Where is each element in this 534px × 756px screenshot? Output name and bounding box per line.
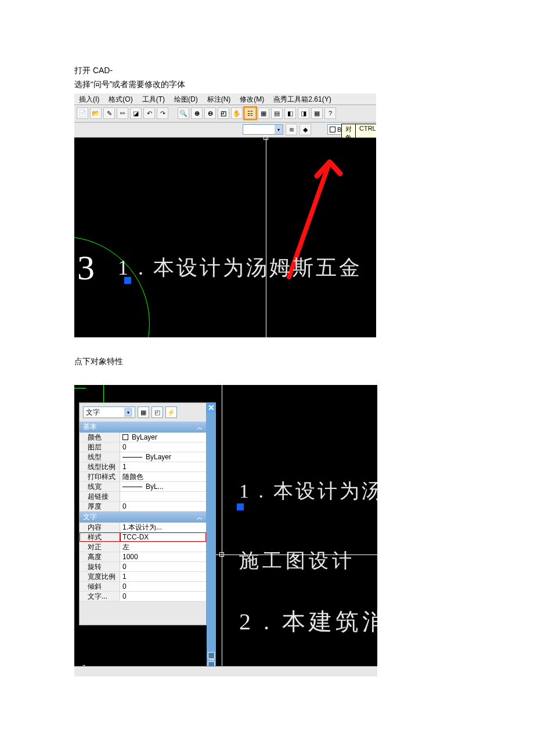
row-plotstyle[interactable]: 打印样式随颜色 <box>80 472 206 482</box>
tb-zoom-out-icon[interactable]: ⊖ <box>204 107 216 119</box>
green-line-v <box>103 385 104 402</box>
tb-brush-icon[interactable]: ✎ <box>103 107 115 119</box>
color-swatch-icon <box>330 127 335 132</box>
menu-draw[interactable]: 绘图(D) <box>169 93 203 105</box>
v-style[interactable]: TCC-DX <box>120 532 206 542</box>
v-lineweight-text: ByL... <box>146 483 164 491</box>
section-basic[interactable]: 基本 ︽ <box>80 422 206 433</box>
v-hyperlink[interactable] <box>120 492 206 501</box>
chevron-down-icon: ▾ <box>275 125 283 134</box>
v-thickness[interactable]: 0 <box>120 502 206 511</box>
tb-pan-icon[interactable]: ✋ <box>231 107 243 119</box>
tb-misc1-icon[interactable]: ◧ <box>284 107 296 119</box>
quick-select-icon[interactable]: ▦ <box>138 406 149 418</box>
menu-insert[interactable]: 插入(I) <box>74 93 104 105</box>
k-rotation: 旋转 <box>80 562 120 571</box>
chevron-down-icon: ▾ <box>124 408 132 417</box>
v-widthfactor[interactable]: 1 <box>120 572 206 581</box>
tb-open-icon[interactable]: 📂 <box>90 107 102 119</box>
v-color[interactable]: ByLayer <box>120 433 206 442</box>
toolbar-main: 📄 📂 ✎ ✏ ◪ ↶ ↷ 🔍 ⊕ ⊖ ◰ ✋ ☷ ▦ ▤ ◧ ◨ ▦ ? <box>74 105 376 123</box>
tb-sheet-icon[interactable]: ▤ <box>271 107 283 119</box>
section-text[interactable]: 文字 ︽ <box>80 512 206 523</box>
tb-new-icon[interactable]: 📄 <box>77 107 88 119</box>
tb-calc-icon[interactable]: ▦ <box>311 107 323 119</box>
row-layer[interactable]: 图层0 <box>80 442 206 452</box>
layer-state-icon[interactable]: ◆ <box>300 124 311 135</box>
v-ltscale[interactable]: 1 <box>120 462 206 471</box>
row-textmisc[interactable]: 文字...0 <box>80 592 206 602</box>
object-type-dropdown[interactable]: 文字 ▾ <box>83 406 135 418</box>
cad-text-b: 施工图设计 <box>239 548 355 574</box>
tb-zoom-in-icon[interactable]: ⊕ <box>191 107 203 119</box>
row-height[interactable]: 高度1000 <box>80 552 206 562</box>
row-justify[interactable]: 对正左 <box>80 542 206 552</box>
pickbox <box>219 552 224 557</box>
row-hyperlink[interactable]: 超链接 <box>80 492 206 502</box>
cad-text-a: 1 . 本设计为汤 <box>239 478 377 505</box>
menu-tools[interactable]: 工具(T) <box>138 93 169 105</box>
section-text-label: 文字 <box>83 512 97 522</box>
menu-yanxiu[interactable]: 燕秀工具箱2.61(Y) <box>269 93 335 105</box>
k-linetype: 线型 <box>80 452 120 462</box>
row-oblique[interactable]: 倾斜0 <box>80 582 206 592</box>
collapse-icon: ︽ <box>197 423 203 431</box>
layer-dropdown[interactable]: ▾ <box>243 124 283 135</box>
crosshair-v <box>222 385 222 676</box>
row-content[interactable]: 内容1.本设计为... <box>80 523 206 532</box>
properties-close-button[interactable]: ✕ <box>207 402 216 413</box>
drawing-canvas-2[interactable]: 1 . 本设计为汤 施工图设计 2 . 本建筑消防 <box>216 385 377 676</box>
properties-panel: 文字 ▾ ▦ ◰ ⚡ 基本 ︽ 颜色ByLayer 图层0 线型ByLayer … <box>79 402 207 625</box>
v-oblique[interactable]: 0 <box>120 582 206 591</box>
v-linetype[interactable]: ByLayer <box>120 452 206 462</box>
side-icon-1[interactable] <box>208 652 215 659</box>
select-objects-icon[interactable]: ◰ <box>151 406 163 418</box>
row-rotation[interactable]: 旋转0 <box>80 562 206 572</box>
k-oblique: 倾斜 <box>80 582 120 591</box>
v-lineweight[interactable]: ByL... <box>120 482 206 491</box>
tb-eraser-icon[interactable]: ◪ <box>130 107 142 119</box>
k-plotstyle: 打印样式 <box>80 472 120 481</box>
tb-properties-icon[interactable]: ☷ <box>244 107 256 119</box>
tb-grid-icon[interactable]: ▦ <box>258 107 269 119</box>
row-widthfactor[interactable]: 宽度比例1 <box>80 572 206 582</box>
row-lineweight[interactable]: 线宽ByL... <box>80 482 206 492</box>
menu-format[interactable]: 格式(O) <box>104 93 137 105</box>
v-rotation[interactable]: 0 <box>120 562 206 571</box>
tb-help-icon[interactable]: ? <box>324 107 336 119</box>
tb-undo-icon[interactable]: ↶ <box>143 107 155 119</box>
tb-zoom-realtime-icon[interactable]: 🔍 <box>178 107 189 119</box>
menu-dim[interactable]: 标注(N) <box>203 93 236 105</box>
screenshot-1: 插入(I) 格式(O) 工具(T) 绘图(D) 标注(N) 修改(M) 燕秀工具… <box>74 93 376 337</box>
tb-misc2-icon[interactable]: ◨ <box>298 107 309 119</box>
green-line-h <box>74 388 86 388</box>
cad-text-c: 2 . 本建筑消防 <box>239 606 377 638</box>
intro-line-2: 选择“问号”或者需要修改的字体 <box>74 78 460 91</box>
collapse-icon: ︽ <box>197 513 203 521</box>
v-height[interactable]: 1000 <box>120 552 206 561</box>
row-linetype[interactable]: 线型ByLayer <box>80 452 206 462</box>
v-content[interactable]: 1.本设计为... <box>120 523 206 532</box>
v-plotstyle[interactable]: 随颜色 <box>120 472 206 481</box>
v-layer[interactable]: 0 <box>120 442 206 452</box>
properties-header: 文字 ▾ ▦ ◰ ⚡ <box>80 403 206 422</box>
screenshot-2: 文字 ▾ ▦ ◰ ⚡ 基本 ︽ 颜色ByLayer 图层0 线型ByLayer … <box>74 385 377 676</box>
tb-pen-icon[interactable]: ✏ <box>117 107 128 119</box>
v-textmisc[interactable]: 0 <box>120 592 206 601</box>
v-linetype-text: ByLayer <box>146 453 171 461</box>
toggle-pickadd-icon[interactable]: ⚡ <box>165 406 177 418</box>
intro-line-1: 打开 CAD- <box>74 64 460 77</box>
menubar: 插入(I) 格式(O) 工具(T) 绘图(D) 标注(N) 修改(M) 燕秀工具… <box>74 93 376 105</box>
layer-filter-icon[interactable]: ≋ <box>286 124 297 135</box>
row-color[interactable]: 颜色ByLayer <box>80 433 206 442</box>
v-justify[interactable]: 左 <box>120 542 206 552</box>
row-ltscale[interactable]: 线型比例1 <box>80 462 206 472</box>
row-style[interactable]: 样式TCC-DX <box>80 532 206 542</box>
drawing-canvas-1[interactable]: 3 1 . 本设计为汤姆斯五金 <box>74 138 376 337</box>
row-thickness[interactable]: 厚度0 <box>80 502 206 512</box>
command-bar[interactable] <box>74 666 377 676</box>
tb-redo-icon[interactable]: ↷ <box>157 107 168 119</box>
menu-modify[interactable]: 修改(M) <box>235 93 269 105</box>
k-textmisc: 文字... <box>80 592 120 601</box>
tb-zoom-window-icon[interactable]: ◰ <box>218 107 229 119</box>
